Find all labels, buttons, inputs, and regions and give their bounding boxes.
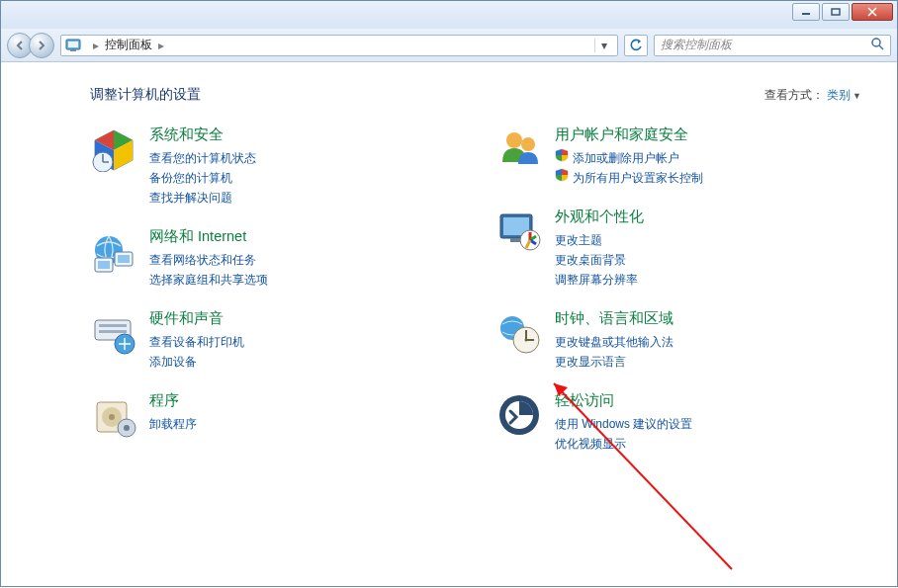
svg-point-5 xyxy=(872,39,880,46)
category-hardware-and-sound: 硬件和声音查看设备和打印机添加设备 xyxy=(90,309,456,372)
svg-rect-0 xyxy=(802,13,810,15)
category-sublink[interactable]: 查看网络状态和任务 xyxy=(149,250,268,270)
category-sublink[interactable]: 备份您的计算机 xyxy=(149,168,256,188)
search-placeholder: 搜索控制面板 xyxy=(661,37,732,53)
sublink-label: 添加或删除用户帐户 xyxy=(573,148,679,168)
sublink-label: 更改主题 xyxy=(555,230,602,250)
left-column: 系统和安全查看您的计算机状态备份您的计算机查找并解决问题网络和 Internet… xyxy=(90,126,456,473)
maximize-button[interactable] xyxy=(822,3,850,21)
programs-icon[interactable] xyxy=(90,391,137,439)
svg-rect-4 xyxy=(70,49,76,51)
category-title[interactable]: 网络和 Internet xyxy=(149,227,268,246)
category-body: 硬件和声音查看设备和打印机添加设备 xyxy=(149,309,244,372)
breadcrumb-root[interactable]: 控制面板 xyxy=(105,37,152,53)
sublink-label: 更改显示语言 xyxy=(555,352,626,372)
category-sublink[interactable]: 优化视频显示 xyxy=(555,434,692,454)
viewby-dropdown[interactable]: 类别▼ xyxy=(827,88,861,102)
category-sublink[interactable]: 更改显示语言 xyxy=(555,352,674,372)
control-panel-icon xyxy=(65,38,81,53)
category-sublink[interactable]: 为所有用户设置家长控制 xyxy=(555,168,703,188)
category-programs: 程序卸载程序 xyxy=(90,391,456,439)
sublink-label: 更改键盘或其他输入法 xyxy=(555,332,674,352)
right-column: 用户帐户和家庭安全添加或删除用户帐户为所有用户设置家长控制外观和个性化更改主题更… xyxy=(495,126,861,473)
category-sublink[interactable]: 添加或删除用户帐户 xyxy=(555,148,703,168)
forward-button[interactable] xyxy=(29,33,54,58)
category-title[interactable]: 用户帐户和家庭安全 xyxy=(555,126,703,144)
category-ease-of-access: 轻松访问使用 Windows 建议的设置优化视频显示 xyxy=(495,391,861,454)
refresh-button[interactable] xyxy=(624,35,648,56)
viewby-label: 查看方式： xyxy=(764,88,824,102)
sublink-label: 优化视频显示 xyxy=(555,434,626,454)
svg-rect-1 xyxy=(832,9,840,15)
category-body: 用户帐户和家庭安全添加或删除用户帐户为所有用户设置家长控制 xyxy=(555,126,703,188)
category-body: 程序卸载程序 xyxy=(149,391,197,439)
category-body: 网络和 Internet查看网络状态和任务选择家庭组和共享选项 xyxy=(149,227,268,290)
shield-icon xyxy=(555,148,569,168)
viewby: 查看方式： 类别▼ xyxy=(764,87,861,104)
nav-buttons xyxy=(7,33,54,58)
nav-row: ▸ 控制面板 ▸ ▾ 搜索控制面板 xyxy=(1,29,897,62)
arrow-left-icon xyxy=(14,40,26,51)
category-sublink[interactable]: 查看设备和打印机 xyxy=(149,332,244,352)
sublink-label: 备份您的计算机 xyxy=(149,168,232,188)
address-bar[interactable]: ▸ 控制面板 ▸ ▾ xyxy=(60,35,618,56)
category-sublink[interactable]: 卸载程序 xyxy=(149,414,197,434)
minimize-icon xyxy=(801,8,811,16)
search-input[interactable]: 搜索控制面板 xyxy=(654,35,891,56)
sublink-label: 卸载程序 xyxy=(149,414,197,434)
sublink-label: 为所有用户设置家长控制 xyxy=(573,168,703,188)
category-body: 轻松访问使用 Windows 建议的设置优化视频显示 xyxy=(555,391,692,454)
category-sublink[interactable]: 添加设备 xyxy=(149,352,244,372)
minimize-button[interactable] xyxy=(792,3,820,21)
hardware-and-sound-icon[interactable] xyxy=(90,309,137,357)
category-sublink[interactable]: 查找并解决问题 xyxy=(149,188,256,208)
category-user-accounts: 用户帐户和家庭安全添加或删除用户帐户为所有用户设置家长控制 xyxy=(495,126,861,188)
category-sublink[interactable]: 选择家庭组和共享选项 xyxy=(149,270,268,290)
arrow-right-icon xyxy=(36,40,47,51)
ease-of-access-icon[interactable] xyxy=(495,391,543,439)
user-accounts-icon[interactable] xyxy=(495,126,543,173)
content-area: 调整计算机的设置 查看方式： 类别▼ 系统和安全查看您的计算机状态备份您的计算机… xyxy=(1,62,897,586)
sublink-label: 使用 Windows 建议的设置 xyxy=(555,414,692,434)
category-title[interactable]: 程序 xyxy=(149,391,197,410)
category-body: 系统和安全查看您的计算机状态备份您的计算机查找并解决问题 xyxy=(149,126,256,208)
category-title[interactable]: 轻松访问 xyxy=(555,391,692,410)
category-title[interactable]: 硬件和声音 xyxy=(149,309,244,328)
window-frame: ▸ 控制面板 ▸ ▾ 搜索控制面板 调整计算机的设置 查看方式： 类别▼ xyxy=(0,0,898,587)
page-title: 调整计算机的设置 xyxy=(90,86,201,104)
search-icon xyxy=(870,37,884,53)
chevron-right-icon: ▸ xyxy=(152,39,170,52)
network-and-internet-icon[interactable] xyxy=(90,227,137,275)
category-clock-language-region: 时钟、语言和区域更改键盘或其他输入法更改显示语言 xyxy=(495,309,861,372)
category-sublink[interactable]: 更改键盘或其他输入法 xyxy=(555,332,674,352)
category-sublink[interactable]: 使用 Windows 建议的设置 xyxy=(555,414,692,434)
category-title[interactable]: 时钟、语言和区域 xyxy=(555,309,674,328)
category-body: 外观和个性化更改主题更改桌面背景调整屏幕分辨率 xyxy=(555,208,644,290)
chevron-right-icon: ▸ xyxy=(87,39,105,52)
category-sublink[interactable]: 查看您的计算机状态 xyxy=(149,148,256,168)
shield-icon xyxy=(555,168,569,188)
maximize-icon xyxy=(831,8,841,16)
close-icon xyxy=(866,7,878,17)
category-columns: 系统和安全查看您的计算机状态备份您的计算机查找并解决问题网络和 Internet… xyxy=(90,126,861,473)
clock-language-region-icon[interactable] xyxy=(495,309,543,357)
category-appearance-and-personalization: 外观和个性化更改主题更改桌面背景调整屏幕分辨率 xyxy=(495,208,861,290)
address-dropdown[interactable]: ▾ xyxy=(594,39,613,52)
category-title[interactable]: 系统和安全 xyxy=(149,126,256,144)
sublink-label: 更改桌面背景 xyxy=(555,250,626,270)
category-title[interactable]: 外观和个性化 xyxy=(555,208,644,226)
system-and-security-icon[interactable] xyxy=(90,126,137,173)
sublink-label: 选择家庭组和共享选项 xyxy=(149,270,268,290)
sublink-label: 查找并解决问题 xyxy=(149,188,232,208)
close-button[interactable] xyxy=(852,3,893,21)
sublink-label: 调整屏幕分辨率 xyxy=(555,270,638,290)
appearance-and-personalization-icon[interactable] xyxy=(495,208,543,255)
category-sublink[interactable]: 更改桌面背景 xyxy=(555,250,644,270)
category-body: 时钟、语言和区域更改键盘或其他输入法更改显示语言 xyxy=(555,309,674,372)
titlebar xyxy=(1,1,897,29)
svg-rect-3 xyxy=(68,42,78,47)
sublink-label: 添加设备 xyxy=(149,352,197,372)
category-sublink[interactable]: 更改主题 xyxy=(555,230,644,250)
sublink-label: 查看设备和打印机 xyxy=(149,332,244,352)
category-sublink[interactable]: 调整屏幕分辨率 xyxy=(555,270,644,290)
